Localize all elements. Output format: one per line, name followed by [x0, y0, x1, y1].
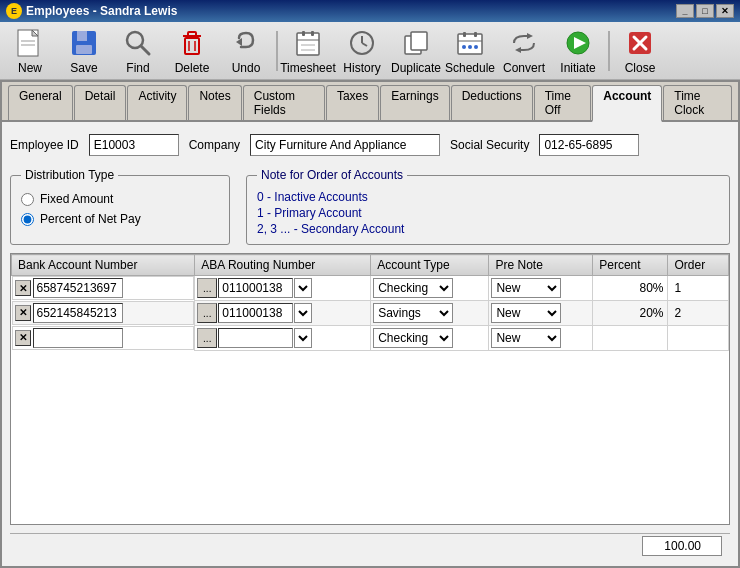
percent-net-pay-option[interactable]: Percent of Net Pay [21, 212, 219, 226]
main-window: General Detail Activity Notes Custom Fie… [0, 80, 740, 568]
svg-line-8 [141, 46, 149, 54]
tab-time-off[interactable]: Time Off [534, 85, 592, 120]
window-controls[interactable]: _ □ ✕ [676, 4, 734, 18]
svg-rect-16 [302, 31, 305, 36]
routing-dropdown[interactable] [294, 303, 312, 323]
tab-activity[interactable]: Activity [127, 85, 187, 120]
col-aba-routing: ABA Routing Number [195, 255, 371, 276]
convert-button[interactable]: Convert [498, 26, 550, 76]
fixed-amount-option[interactable]: Fixed Amount [21, 192, 219, 206]
svg-rect-9 [185, 38, 199, 54]
tab-bar: General Detail Activity Notes Custom Fie… [2, 82, 738, 122]
routing-dropdown[interactable] [294, 278, 312, 298]
convert-icon [508, 27, 540, 59]
delete-icon [176, 27, 208, 59]
pre-note-select[interactable]: NewPrenoteActive [491, 328, 561, 348]
timesheet-icon [292, 27, 324, 59]
tab-detail[interactable]: Detail [74, 85, 127, 120]
col-account-type: Account Type [371, 255, 489, 276]
table-row: ✕...CheckingSavingsNewPrenoteActive80%1 [12, 276, 729, 301]
percent-net-pay-label: Percent of Net Pay [40, 212, 141, 226]
undo-button[interactable]: Undo [220, 26, 272, 76]
pre-note-select[interactable]: NewPrenoteActive [491, 278, 561, 298]
history-button[interactable]: History [336, 26, 388, 76]
tab-time-clock[interactable]: Time Clock [663, 85, 732, 120]
svg-marker-34 [515, 47, 521, 53]
delete-button[interactable]: Delete [166, 26, 218, 76]
svg-line-23 [362, 43, 367, 46]
timesheet-button[interactable]: Timesheet [282, 26, 334, 76]
row-delete-button[interactable]: ✕ [15, 330, 31, 346]
save-icon [68, 27, 100, 59]
note-line-2: 2, 3 ... - Secondary Account [257, 222, 719, 236]
account-type-select[interactable]: CheckingSavings [373, 328, 453, 348]
routing-dropdown[interactable] [294, 328, 312, 348]
tab-deductions[interactable]: Deductions [451, 85, 533, 120]
percent-cell [593, 326, 668, 351]
account-number-input[interactable] [33, 328, 123, 348]
routing-number-input[interactable] [218, 278, 293, 298]
routing-picker-button[interactable]: ... [197, 303, 217, 323]
svg-rect-6 [76, 45, 92, 54]
initiate-button[interactable]: Initiate [552, 26, 604, 76]
title-bar: E Employees - Sandra Lewis _ □ ✕ [0, 0, 740, 22]
note-lines: 0 - Inactive Accounts 1 - Primary Accoun… [257, 190, 719, 236]
row-delete-button[interactable]: ✕ [15, 280, 31, 296]
initiate-icon [562, 27, 594, 59]
employee-id-label: Employee ID [10, 138, 79, 152]
close-button[interactable]: Close [614, 26, 666, 76]
tab-general[interactable]: General [8, 85, 73, 120]
order-cell: 1 [668, 276, 729, 301]
routing-number-input[interactable] [218, 303, 293, 323]
new-button[interactable]: New [4, 26, 56, 76]
minimize-button[interactable]: _ [676, 4, 694, 18]
find-button[interactable]: Find [112, 26, 164, 76]
save-button[interactable]: Save [58, 26, 110, 76]
duplicate-button[interactable]: Duplicate [390, 26, 442, 76]
row-delete-button[interactable]: ✕ [15, 305, 31, 321]
close-icon [624, 27, 656, 59]
separator-2 [608, 31, 610, 71]
routing-picker-button[interactable]: ... [197, 278, 217, 298]
undo-icon [230, 27, 262, 59]
svg-point-32 [474, 45, 478, 49]
account-type-select[interactable]: CheckingSavings [373, 278, 453, 298]
employee-id-input[interactable] [89, 134, 179, 156]
pre-note-select[interactable]: NewPrenoteActive [491, 303, 561, 323]
toolbar: New Save Find Delete Undo Timesheet [0, 22, 740, 80]
col-percent: Percent [593, 255, 668, 276]
fixed-amount-radio[interactable] [21, 193, 34, 206]
history-icon [346, 27, 378, 59]
distribution-fieldset: Distribution Type Fixed Amount Percent o… [10, 168, 230, 245]
percent-net-pay-radio[interactable] [21, 213, 34, 226]
duplicate-icon [400, 27, 432, 59]
svg-point-31 [468, 45, 472, 49]
maximize-button[interactable]: □ [696, 4, 714, 18]
tab-custom-fields[interactable]: Custom Fields [243, 85, 325, 120]
company-input[interactable] [250, 134, 440, 156]
schedule-button[interactable]: Schedule [444, 26, 496, 76]
svg-rect-26 [458, 34, 482, 54]
ssn-input[interactable] [539, 134, 639, 156]
account-number-input[interactable] [33, 278, 123, 298]
distribution-radio-group: Fixed Amount Percent of Net Pay [21, 192, 219, 226]
col-bank-account: Bank Account Number [12, 255, 195, 276]
company-label: Company [189, 138, 240, 152]
tab-earnings[interactable]: Earnings [380, 85, 449, 120]
close-window-button[interactable]: ✕ [716, 4, 734, 18]
tab-account[interactable]: Account [592, 85, 662, 122]
table-row: ✕...CheckingSavingsNewPrenoteActive [12, 326, 729, 351]
fixed-amount-label: Fixed Amount [40, 192, 113, 206]
col-order: Order [668, 255, 729, 276]
note-fieldset: Note for Order of Accounts 0 - Inactive … [246, 168, 730, 245]
tab-notes[interactable]: Notes [188, 85, 241, 120]
routing-number-input[interactable] [218, 328, 293, 348]
account-type-select[interactable]: CheckingSavings [373, 303, 453, 323]
tab-taxes[interactable]: Taxes [326, 85, 379, 120]
table-header-row: Bank Account Number ABA Routing Number A… [12, 255, 729, 276]
account-number-input[interactable] [33, 303, 123, 323]
note-line-1: 1 - Primary Account [257, 206, 719, 220]
routing-picker-button[interactable]: ... [197, 328, 217, 348]
ssn-label: Social Security [450, 138, 529, 152]
account-table-wrapper: Bank Account Number ABA Routing Number A… [10, 253, 730, 525]
